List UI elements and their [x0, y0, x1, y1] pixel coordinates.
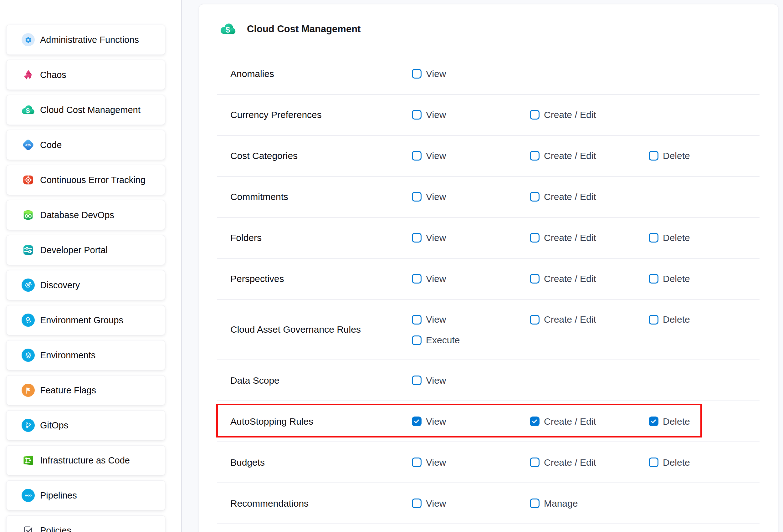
checkbox-unchecked-icon[interactable]: [412, 315, 421, 324]
sidebar-item-gitops[interactable]: GitOps: [6, 410, 165, 440]
permission-recommendations-manage[interactable]: Manage: [530, 498, 578, 509]
resource-label: Folders: [230, 232, 262, 243]
sidebar-item-feature-flags[interactable]: Feature Flags: [6, 375, 165, 405]
sidebar-item-developer-portal[interactable]: Developer Portal: [6, 235, 165, 265]
checkbox-unchecked-icon[interactable]: [530, 315, 539, 324]
sidebar-item-label: Discovery: [40, 280, 80, 290]
checkbox-unchecked-icon[interactable]: [530, 151, 539, 160]
sidebar-item-discovery[interactable]: Discovery: [6, 270, 165, 300]
checkbox-unchecked-icon[interactable]: [412, 110, 421, 120]
permission-label: View: [426, 457, 446, 468]
sidebar-item-database-devops[interactable]: Database DevOps: [6, 200, 165, 230]
checkbox-unchecked-icon[interactable]: [412, 336, 421, 345]
permission-autostopping-rules-view[interactable]: View: [412, 416, 446, 427]
checkbox-unchecked-icon[interactable]: [649, 233, 658, 243]
checkbox-unchecked-icon[interactable]: [412, 151, 421, 160]
checkbox-unchecked-icon[interactable]: [649, 151, 658, 160]
permission-label: Create / Edit: [544, 274, 596, 284]
permission-perspectives-create-edit[interactable]: Create / Edit: [530, 274, 596, 284]
permission-commitments-view[interactable]: View: [412, 191, 446, 202]
permission-perspectives-delete[interactable]: Delete: [649, 274, 690, 284]
checkbox-unchecked-icon[interactable]: [530, 458, 539, 467]
sidebar-item-infrastructure-as-code[interactable]: Infrastructure as Code: [6, 445, 165, 475]
checkbox-unchecked-icon[interactable]: [649, 315, 658, 324]
permission-label: Delete: [663, 151, 690, 161]
checkbox-unchecked-icon[interactable]: [412, 499, 421, 508]
permission-label: Create / Edit: [544, 457, 596, 468]
permission-cloud-asset-governance-rules-delete[interactable]: Delete: [649, 314, 690, 325]
permission-commitments-create-edit[interactable]: Create / Edit: [530, 191, 596, 202]
checkbox-unchecked-icon[interactable]: [649, 458, 658, 467]
sidebar-item-label: Environment Groups: [40, 315, 123, 325]
permissions-panel: $ Cloud Cost Management AnomaliesViewCur…: [199, 4, 778, 532]
sidebar-item-cloud-cost-management[interactable]: $Cloud Cost Management: [6, 95, 165, 125]
permission-cloud-asset-governance-rules-create-edit[interactable]: Create / Edit: [530, 314, 596, 325]
permission-autostopping-rules-delete[interactable]: Delete: [649, 416, 690, 427]
sidebar-item-environments[interactable]: Environments: [6, 340, 165, 370]
environment-layers-icon: [22, 349, 35, 362]
checkbox-unchecked-icon[interactable]: [530, 233, 539, 243]
permission-label: View: [426, 416, 446, 427]
permission-folders-create-edit[interactable]: Create / Edit: [530, 232, 596, 243]
code-brackets-icon: </>: [22, 138, 35, 152]
checkbox-unchecked-icon[interactable]: [530, 192, 539, 201]
checkbox-unchecked-icon[interactable]: [530, 274, 539, 284]
checkbox-unchecked-icon[interactable]: [649, 274, 658, 284]
panel-header: $ Cloud Cost Management: [199, 4, 778, 54]
permission-cost-categories-create-edit[interactable]: Create / Edit: [530, 151, 596, 161]
permission-budgets-create-edit[interactable]: Create / Edit: [530, 457, 596, 468]
checkbox-unchecked-icon[interactable]: [412, 69, 421, 79]
sidebar-item-environment-groups[interactable]: Environment Groups: [6, 305, 165, 335]
permission-label: View: [426, 274, 446, 284]
sidebar-item-administrative-functions[interactable]: Administrative Functions: [6, 25, 165, 55]
permission-data-scope-view[interactable]: View: [412, 375, 446, 386]
permission-cost-categories-view[interactable]: View: [412, 151, 446, 161]
checkbox-unchecked-icon[interactable]: [530, 499, 539, 508]
permission-label: Create / Edit: [544, 191, 596, 202]
sidebar-item-label: Infrastructure as Code: [40, 455, 130, 466]
checkbox-checked-icon[interactable]: [412, 416, 421, 426]
permission-currency-preferences-view[interactable]: View: [412, 109, 446, 120]
sidebar-list: Administrative FunctionsChaos$Cloud Cost…: [6, 25, 181, 532]
sidebar-item-code[interactable]: </>Code: [6, 130, 165, 160]
permission-anomalies-view[interactable]: View: [412, 68, 446, 79]
permission-cloud-asset-governance-rules-view[interactable]: View: [412, 314, 446, 325]
permission-row-currency-preferences: Currency PreferencesViewCreate / Edit: [217, 95, 759, 135]
checkbox-checked-icon[interactable]: [649, 416, 658, 426]
permission-budgets-view[interactable]: View: [412, 457, 446, 468]
permission-label: View: [426, 232, 446, 243]
permission-budgets-delete[interactable]: Delete: [649, 457, 690, 468]
sidebar-item-label: Database DevOps: [40, 210, 114, 220]
cloud-dollar-icon: $: [22, 103, 35, 117]
checkbox-unchecked-icon[interactable]: [412, 192, 421, 201]
permission-cost-categories-delete[interactable]: Delete: [649, 151, 690, 161]
checkbox-unchecked-icon[interactable]: [412, 376, 421, 385]
sidebar-item-continuous-error-tracking[interactable]: Continuous Error Tracking: [6, 165, 165, 195]
permission-row-folders: FoldersViewCreate / EditDelete: [217, 218, 759, 258]
sidebar-item-label: Administrative Functions: [40, 35, 139, 45]
permission-label: View: [426, 68, 446, 79]
permission-currency-preferences-create-edit[interactable]: Create / Edit: [530, 109, 596, 120]
sidebar-item-policies[interactable]: Policies: [6, 515, 165, 532]
permission-folders-delete[interactable]: Delete: [649, 232, 690, 243]
checkbox-unchecked-icon[interactable]: [412, 233, 421, 243]
svg-text:$: $: [226, 25, 230, 34]
checkbox-unchecked-icon[interactable]: [412, 274, 421, 284]
permission-recommendations-view[interactable]: View: [412, 498, 446, 509]
checkbox-unchecked-icon[interactable]: [412, 458, 421, 467]
permission-label: View: [426, 151, 446, 161]
permission-folders-view[interactable]: View: [412, 232, 446, 243]
permission-row-cloud-asset-governance-rules: Cloud Asset Governance RulesViewCreate /…: [217, 300, 759, 360]
sidebar-item-chaos[interactable]: Chaos: [6, 60, 165, 90]
sidebar-item-label: Feature Flags: [40, 385, 96, 396]
permission-label: Delete: [663, 232, 690, 243]
policy-checkbox-icon: [22, 524, 35, 532]
permission-cloud-asset-governance-rules-execute[interactable]: Execute: [412, 335, 460, 345]
sidebar-item-pipelines[interactable]: Pipelines: [6, 480, 165, 510]
gear-icon: [22, 33, 35, 46]
permission-autostopping-rules-create-edit[interactable]: Create / Edit: [530, 416, 596, 427]
sidebar-item-label: Cloud Cost Management: [40, 105, 140, 115]
checkbox-unchecked-icon[interactable]: [530, 110, 539, 120]
permission-perspectives-view[interactable]: View: [412, 274, 446, 284]
checkbox-checked-icon[interactable]: [530, 416, 539, 426]
